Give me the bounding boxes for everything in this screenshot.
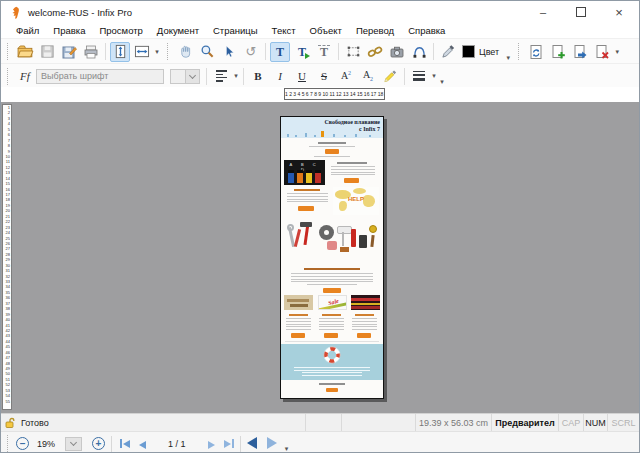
font-dialog-button[interactable]: Ff xyxy=(15,66,35,86)
word-map-image: HELP xyxy=(333,187,379,215)
menu-text[interactable]: Текст xyxy=(265,25,303,36)
superscript-button[interactable]: A2 xyxy=(336,66,356,86)
last-page-button[interactable] xyxy=(224,439,234,448)
zoom-out-button[interactable]: – xyxy=(16,437,29,450)
pliers xyxy=(294,229,301,247)
roller-handle xyxy=(342,232,344,246)
pages-caret[interactable]: ▾ xyxy=(613,42,621,62)
line-style-caret[interactable]: ▾ xyxy=(430,66,438,86)
first-page-button[interactable] xyxy=(120,439,130,448)
forward-icon xyxy=(267,437,277,449)
select-tool-button[interactable] xyxy=(219,42,239,62)
view-forward-button[interactable] xyxy=(267,435,277,453)
ink-splash xyxy=(344,135,346,137)
print-button[interactable] xyxy=(81,42,101,62)
book-spine xyxy=(351,306,380,309)
brush xyxy=(370,235,374,247)
selection-frame-icon xyxy=(346,44,361,59)
menu-pages[interactable]: Страницы xyxy=(206,25,265,36)
subscript-button[interactable]: A2 xyxy=(358,66,378,86)
snapshot-button[interactable] xyxy=(387,42,407,62)
document-canvas[interactable]: 1234567891011121314151617181920212223242… xyxy=(1,102,639,413)
zoom-presets-caret[interactable]: ▾ xyxy=(153,42,161,62)
cta-button xyxy=(298,206,314,211)
maximize-button[interactable] xyxy=(562,1,600,23)
undo-rotate-button[interactable]: ↺ xyxy=(241,42,261,62)
frame-select-button[interactable] xyxy=(343,42,363,62)
ink-bottle xyxy=(297,170,303,183)
text-block xyxy=(352,318,377,331)
print-icon xyxy=(83,44,99,60)
strikethrough-button[interactable]: S xyxy=(314,66,334,86)
undo-icon: ↺ xyxy=(246,45,257,58)
open-button[interactable] xyxy=(15,42,35,62)
color-picker-button[interactable]: Цвет xyxy=(460,42,503,62)
align-button[interactable] xyxy=(211,66,231,86)
cta-button xyxy=(323,288,341,293)
refresh-preview-button[interactable] xyxy=(526,42,546,62)
cta-button xyxy=(324,333,338,338)
text-frame-button[interactable]: T xyxy=(314,42,334,62)
font-dialog-icon: Ff xyxy=(20,70,30,82)
menu-file[interactable]: Файл xyxy=(9,25,46,36)
next-page-button[interactable] xyxy=(208,435,215,453)
save-button[interactable] xyxy=(37,42,57,62)
insert-page-button[interactable] xyxy=(548,42,568,62)
toolbar-grip[interactable] xyxy=(7,43,9,60)
zoom-select[interactable] xyxy=(65,437,82,451)
close-button[interactable]: × xyxy=(600,1,638,23)
bold-button[interactable]: B xyxy=(248,66,268,86)
eyedropper-button[interactable] xyxy=(438,42,458,62)
magnifier-icon xyxy=(200,44,215,59)
toolbar-grip[interactable] xyxy=(7,68,9,85)
previous-page-button[interactable] xyxy=(139,435,146,453)
menu-bar: Файл Правка Просмотр Документ Страницы Т… xyxy=(1,23,639,38)
extract-page-button[interactable] xyxy=(570,42,590,62)
italic-icon: I xyxy=(278,71,282,82)
document-page[interactable]: Свободное плавание с Infix 7 A B C xyxy=(280,116,384,399)
menu-object[interactable]: Объект xyxy=(303,25,349,36)
hyperlink-button[interactable] xyxy=(365,42,385,62)
menu-help[interactable]: Справка xyxy=(401,25,452,36)
page-export-icon xyxy=(572,44,588,60)
text-import-button[interactable]: T xyxy=(292,42,312,62)
font-name-select[interactable]: Выбрать шрифт xyxy=(36,69,164,84)
nav-overflow-caret[interactable]: ▾ xyxy=(283,443,291,453)
save-as-button[interactable] xyxy=(59,42,79,62)
menu-document[interactable]: Документ xyxy=(150,25,206,36)
column-heading xyxy=(355,314,374,316)
align-caret[interactable]: ▾ xyxy=(232,66,240,86)
column-image-books xyxy=(351,295,380,310)
zoom-in-button[interactable]: + xyxy=(92,437,105,450)
text-tool-button[interactable]: T xyxy=(270,42,290,62)
line-weight-icon xyxy=(413,71,425,80)
underline-button[interactable]: U xyxy=(292,66,312,86)
eyedropper-icon xyxy=(441,44,456,59)
resize-grip[interactable] xyxy=(630,422,638,430)
previous-page-icon xyxy=(139,441,146,449)
section-heading-orange xyxy=(304,268,360,270)
view-back-button[interactable] xyxy=(247,435,257,453)
font-size-select[interactable] xyxy=(170,69,200,84)
horizontal-ruler[interactable]: 1 2 3 4 5 6 7 8 9 10 11 12 13 14 15 16 1… xyxy=(284,88,385,100)
menu-translate[interactable]: Перевод xyxy=(349,25,401,36)
menu-view[interactable]: Просмотр xyxy=(92,25,149,36)
hand-tool-button[interactable] xyxy=(175,42,195,62)
toolbar-separator xyxy=(265,43,266,60)
ink-splash-orange xyxy=(321,131,324,137)
minimize-button[interactable]: – xyxy=(524,1,562,23)
italic-button[interactable]: I xyxy=(270,66,290,86)
line-style-button[interactable] xyxy=(409,66,429,86)
fit-width-button[interactable] xyxy=(132,42,152,62)
ink-bottle xyxy=(306,170,312,183)
curve-tool-button[interactable] xyxy=(409,42,429,62)
toolbar-grip[interactable] xyxy=(518,43,520,60)
toolbar-grip[interactable] xyxy=(167,43,169,60)
zoom-tool-button[interactable] xyxy=(197,42,217,62)
toolbar-grip[interactable] xyxy=(7,435,9,452)
delete-page-button[interactable] xyxy=(592,42,612,62)
vertical-ruler[interactable]: 1234567891011121314151617181920212223242… xyxy=(2,104,12,410)
menu-edit[interactable]: Правка xyxy=(46,25,92,36)
fit-page-button[interactable] xyxy=(110,42,130,62)
highlight-button[interactable] xyxy=(380,66,400,86)
